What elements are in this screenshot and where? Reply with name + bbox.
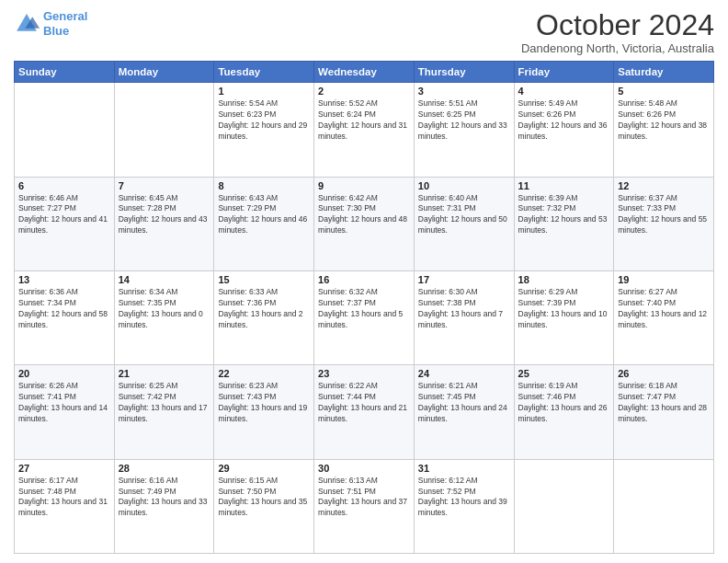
day-info: Sunrise: 6:12 AM Sunset: 7:52 PM Dayligh… — [418, 476, 510, 520]
calendar-cell — [114, 83, 214, 177]
day-info: Sunrise: 6:42 AM Sunset: 7:30 PM Dayligh… — [318, 193, 410, 237]
day-number: 19 — [618, 274, 710, 285]
calendar-cell: 9Sunrise: 6:42 AM Sunset: 7:30 PM Daylig… — [314, 177, 415, 270]
calendar-cell: 10Sunrise: 6:40 AM Sunset: 7:31 PM Dayli… — [414, 177, 514, 270]
logo-line1: General — [43, 9, 87, 23]
day-info: Sunrise: 5:51 AM Sunset: 6:25 PM Dayligh… — [418, 98, 510, 143]
calendar-week-5: 27Sunrise: 6:17 AM Sunset: 7:48 PM Dayli… — [15, 459, 714, 553]
day-info: Sunrise: 5:52 AM Sunset: 6:24 PM Dayligh… — [318, 98, 410, 143]
day-info: Sunrise: 6:19 AM Sunset: 7:46 PM Dayligh… — [518, 381, 610, 425]
calendar-cell — [15, 83, 115, 177]
calendar-week-2: 6Sunrise: 6:46 AM Sunset: 7:27 PM Daylig… — [15, 177, 714, 270]
calendar-table: SundayMondayTuesdayWednesdayThursdayFrid… — [14, 61, 714, 554]
calendar-cell: 14Sunrise: 6:34 AM Sunset: 7:35 PM Dayli… — [114, 270, 214, 364]
calendar-cell: 11Sunrise: 6:39 AM Sunset: 7:32 PM Dayli… — [514, 177, 614, 270]
day-info: Sunrise: 6:30 AM Sunset: 7:38 PM Dayligh… — [418, 287, 510, 331]
calendar-cell: 24Sunrise: 6:21 AM Sunset: 7:45 PM Dayli… — [414, 365, 514, 459]
calendar-cell: 18Sunrise: 6:29 AM Sunset: 7:39 PM Dayli… — [514, 270, 614, 364]
calendar-cell: 4Sunrise: 5:49 AM Sunset: 6:26 PM Daylig… — [514, 83, 614, 177]
calendar-week-4: 20Sunrise: 6:26 AM Sunset: 7:41 PM Dayli… — [15, 365, 714, 459]
calendar-cell — [514, 459, 614, 553]
calendar-cell: 30Sunrise: 6:13 AM Sunset: 7:51 PM Dayli… — [314, 459, 415, 553]
calendar-cell: 16Sunrise: 6:32 AM Sunset: 7:37 PM Dayli… — [314, 270, 415, 364]
day-number: 11 — [518, 180, 610, 191]
logo-text: General Blue — [43, 9, 87, 38]
day-header-saturday: Saturday — [614, 62, 714, 83]
day-info: Sunrise: 5:49 AM Sunset: 6:26 PM Dayligh… — [518, 98, 610, 143]
month-year: October 2024 — [521, 9, 714, 41]
day-header-friday: Friday — [514, 62, 614, 83]
calendar-cell: 20Sunrise: 6:26 AM Sunset: 7:41 PM Dayli… — [15, 365, 115, 459]
day-info: Sunrise: 6:32 AM Sunset: 7:37 PM Dayligh… — [318, 287, 410, 331]
day-info: Sunrise: 6:17 AM Sunset: 7:48 PM Dayligh… — [18, 476, 110, 520]
day-header-monday: Monday — [114, 62, 214, 83]
day-info: Sunrise: 6:25 AM Sunset: 7:42 PM Dayligh… — [119, 381, 210, 425]
day-info: Sunrise: 6:29 AM Sunset: 7:39 PM Dayligh… — [518, 287, 610, 331]
calendar-week-3: 13Sunrise: 6:36 AM Sunset: 7:34 PM Dayli… — [15, 270, 714, 364]
day-number: 10 — [418, 180, 510, 191]
calendar-cell: 6Sunrise: 6:46 AM Sunset: 7:27 PM Daylig… — [15, 177, 115, 270]
day-header-wednesday: Wednesday — [314, 62, 415, 83]
day-info: Sunrise: 6:13 AM Sunset: 7:51 PM Dayligh… — [318, 476, 410, 520]
day-info: Sunrise: 6:27 AM Sunset: 7:40 PM Dayligh… — [618, 287, 710, 331]
calendar-cell: 8Sunrise: 6:43 AM Sunset: 7:29 PM Daylig… — [214, 177, 314, 270]
calendar-cell: 12Sunrise: 6:37 AM Sunset: 7:33 PM Dayli… — [614, 177, 714, 270]
day-info: Sunrise: 6:26 AM Sunset: 7:41 PM Dayligh… — [18, 381, 110, 425]
day-number: 5 — [618, 86, 710, 97]
calendar-cell: 17Sunrise: 6:30 AM Sunset: 7:38 PM Dayli… — [414, 270, 514, 364]
day-number: 15 — [218, 274, 310, 285]
calendar-week-1: 1Sunrise: 5:54 AM Sunset: 6:23 PM Daylig… — [15, 83, 714, 177]
calendar-cell — [614, 459, 714, 553]
logo-line2: Blue — [43, 24, 69, 38]
day-header-tuesday: Tuesday — [214, 62, 314, 83]
day-number: 18 — [518, 274, 610, 285]
page: General Blue October 2024 Dandenong Nort… — [0, 0, 728, 563]
day-number: 31 — [418, 463, 510, 474]
calendar-cell: 13Sunrise: 6:36 AM Sunset: 7:34 PM Dayli… — [15, 270, 115, 364]
logo: General Blue — [14, 9, 87, 38]
day-number: 1 — [218, 86, 310, 97]
day-info: Sunrise: 6:43 AM Sunset: 7:29 PM Dayligh… — [218, 193, 310, 237]
day-info: Sunrise: 6:36 AM Sunset: 7:34 PM Dayligh… — [18, 287, 110, 331]
day-info: Sunrise: 6:40 AM Sunset: 7:31 PM Dayligh… — [418, 193, 510, 237]
day-info: Sunrise: 6:16 AM Sunset: 7:49 PM Dayligh… — [119, 476, 210, 520]
day-info: Sunrise: 6:34 AM Sunset: 7:35 PM Dayligh… — [119, 287, 210, 331]
calendar-cell: 23Sunrise: 6:22 AM Sunset: 7:44 PM Dayli… — [314, 365, 415, 459]
day-number: 13 — [18, 274, 110, 285]
day-number: 4 — [518, 86, 610, 97]
day-number: 26 — [618, 368, 710, 379]
day-number: 22 — [218, 368, 310, 379]
day-number: 29 — [218, 463, 310, 474]
day-info: Sunrise: 6:21 AM Sunset: 7:45 PM Dayligh… — [418, 381, 510, 425]
day-number: 6 — [18, 180, 110, 191]
day-number: 14 — [119, 274, 210, 285]
day-number: 7 — [119, 180, 210, 191]
calendar-cell: 25Sunrise: 6:19 AM Sunset: 7:46 PM Dayli… — [514, 365, 614, 459]
day-number: 16 — [318, 274, 410, 285]
day-number: 23 — [318, 368, 410, 379]
day-number: 20 — [18, 368, 110, 379]
day-info: Sunrise: 6:46 AM Sunset: 7:27 PM Dayligh… — [18, 193, 110, 237]
calendar-cell: 26Sunrise: 6:18 AM Sunset: 7:47 PM Dayli… — [614, 365, 714, 459]
calendar-cell: 7Sunrise: 6:45 AM Sunset: 7:28 PM Daylig… — [114, 177, 214, 270]
calendar-cell: 2Sunrise: 5:52 AM Sunset: 6:24 PM Daylig… — [314, 83, 415, 177]
day-info: Sunrise: 6:15 AM Sunset: 7:50 PM Dayligh… — [218, 476, 310, 520]
day-info: Sunrise: 6:18 AM Sunset: 7:47 PM Dayligh… — [618, 381, 710, 425]
day-number: 2 — [318, 86, 410, 97]
calendar-header-row: SundayMondayTuesdayWednesdayThursdayFrid… — [15, 62, 714, 83]
location: Dandenong North, Victoria, Australia — [521, 41, 714, 55]
calendar-cell: 31Sunrise: 6:12 AM Sunset: 7:52 PM Dayli… — [414, 459, 514, 553]
calendar-cell: 27Sunrise: 6:17 AM Sunset: 7:48 PM Dayli… — [15, 459, 115, 553]
calendar-cell: 1Sunrise: 5:54 AM Sunset: 6:23 PM Daylig… — [214, 83, 314, 177]
day-header-sunday: Sunday — [15, 62, 115, 83]
day-number: 3 — [418, 86, 510, 97]
title-block: October 2024 Dandenong North, Victoria, … — [521, 9, 714, 55]
day-number: 21 — [119, 368, 210, 379]
day-info: Sunrise: 6:33 AM Sunset: 7:36 PM Dayligh… — [218, 287, 310, 331]
day-info: Sunrise: 6:37 AM Sunset: 7:33 PM Dayligh… — [618, 193, 710, 237]
calendar-cell: 21Sunrise: 6:25 AM Sunset: 7:42 PM Dayli… — [114, 365, 214, 459]
day-number: 12 — [618, 180, 710, 191]
day-info: Sunrise: 5:48 AM Sunset: 6:26 PM Dayligh… — [618, 98, 710, 143]
day-info: Sunrise: 6:39 AM Sunset: 7:32 PM Dayligh… — [518, 193, 610, 237]
calendar-cell: 28Sunrise: 6:16 AM Sunset: 7:49 PM Dayli… — [114, 459, 214, 553]
